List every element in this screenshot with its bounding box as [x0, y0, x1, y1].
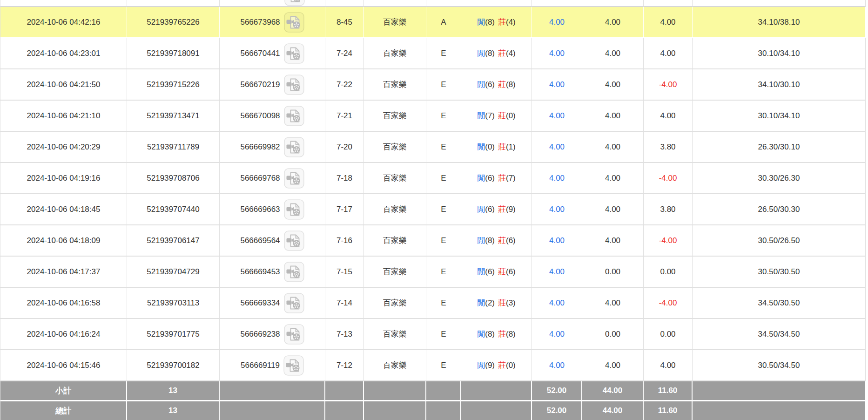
table-row[interactable]: 2024-10-06 04:21:50 521939715226 5666702…	[0, 69, 866, 101]
banker-result: 莊	[498, 267, 506, 276]
summary-empty-table	[426, 381, 461, 401]
cell-round-id: 566673968	[220, 7, 325, 38]
cell-table-code: E	[426, 288, 461, 319]
video-replay-icon	[284, 168, 304, 189]
video-replay-button[interactable]	[284, 324, 304, 345]
cell-balance: 26.50/30.30	[693, 194, 866, 225]
cell-table-code: E	[426, 101, 461, 132]
cell-time: 2024-10-06 04:16:58	[0, 288, 127, 319]
bet-amount-link[interactable]: 4.00	[549, 330, 565, 339]
table-row[interactable]: 2024-10-06 04:23:01 521939718091 5666704…	[0, 38, 866, 69]
cell-winloss: 4.00	[644, 101, 693, 132]
cell-table-code: E	[426, 163, 461, 194]
player-points: (7)	[485, 111, 495, 120]
table-row[interactable]: 2024-10-06 04:42:16 521939765226 5666739…	[0, 7, 866, 38]
cell-table-code: E	[426, 225, 461, 257]
banker-result: 莊	[498, 111, 506, 120]
table-row[interactable]: 2024-10-06 04:18:09 521939706147 5666695…	[0, 225, 866, 257]
table-row[interactable]: 2024-10-06 04:16:58 521939703113 5666693…	[0, 288, 866, 319]
player-points: (6)	[485, 267, 495, 276]
bet-amount-link[interactable]: 4.00	[549, 80, 565, 89]
player-result: 閒	[477, 267, 485, 276]
video-replay-button[interactable]	[284, 106, 304, 126]
video-replay-button[interactable]	[284, 43, 304, 64]
cell-result: 閒(8)莊(4)	[461, 38, 532, 69]
banker-result: 莊	[498, 298, 506, 307]
player-points: (8)	[485, 330, 495, 339]
bet-amount-link[interactable]: 4.00	[549, 111, 565, 120]
video-replay-icon	[284, 324, 304, 345]
banker-points: (6)	[506, 236, 516, 245]
cell-valid-bet: 4.00	[582, 194, 644, 225]
video-replay-button[interactable]	[284, 137, 304, 157]
cell-game: 百家樂	[364, 38, 426, 69]
table-row[interactable]: 2024-10-06 04:18:45 521939707440 5666696…	[0, 194, 866, 225]
cell-bet-amount: 4.00	[532, 163, 582, 194]
cell-valid-bet: 4.00	[582, 288, 644, 319]
banker-points: (9)	[506, 205, 516, 214]
cell-game: 百家樂	[364, 288, 426, 319]
cell-valid-bet: 0.00	[582, 257, 644, 288]
bet-amount-link[interactable]: 4.00	[549, 142, 565, 151]
table-row[interactable]: 2024-10-06 04:19:16 521939708706 5666697…	[0, 163, 866, 194]
summary-bet-total: 52.00	[532, 401, 582, 420]
cell-balance: 30.50/26.50	[693, 225, 866, 257]
cell-balance: 30.50/30.50	[693, 257, 866, 288]
cell-table-code	[426, 0, 461, 7]
cell-balance: 26.30/30.10	[693, 132, 866, 163]
video-replay-button[interactable]	[284, 199, 304, 220]
cell-bet-amount: 4.00	[532, 194, 582, 225]
bet-amount-link[interactable]: 4.00	[549, 236, 565, 245]
cell-bet-amount: 4.00	[532, 319, 582, 350]
video-replay-button[interactable]	[284, 12, 304, 33]
summary-empty-round-id	[220, 401, 325, 420]
cell-table-code: E	[426, 319, 461, 350]
bet-amount-link[interactable]: 4.00	[549, 18, 565, 27]
video-replay-icon	[284, 230, 304, 251]
table-row[interactable]: 2024-10-06 04:20:29 521939711789 5666699…	[0, 132, 866, 163]
cell-valid-bet: 4.00	[582, 163, 644, 194]
bet-amount-link[interactable]: 4.00	[549, 298, 565, 307]
cell-round-id: 566669238	[220, 319, 325, 350]
cell-time	[0, 0, 127, 7]
cell-round-id: 566669663	[220, 194, 325, 225]
video-replay-button[interactable]	[284, 168, 304, 189]
summary-count: 13	[127, 401, 220, 420]
table-row[interactable]: 2024-10-06 04:17:37 521939704729 5666694…	[0, 257, 866, 288]
bet-amount-link[interactable]: 4.00	[549, 205, 565, 214]
player-points: (0)	[485, 142, 495, 151]
cell-round-id: 566669982	[220, 132, 325, 163]
video-replay-icon	[284, 262, 304, 282]
cell-balance: 30.10/34.10	[693, 38, 866, 69]
round-id-text: 566673968	[240, 18, 280, 27]
summary-valid-total: 44.00	[582, 401, 644, 420]
table-row[interactable]: 2024-10-06 04:21:10 521939713471 5666700…	[0, 101, 866, 132]
round-id-text: 566669768	[240, 174, 280, 183]
video-replay-button[interactable]	[284, 0, 305, 6]
bet-amount-link[interactable]: 4.00	[549, 267, 565, 276]
video-replay-button[interactable]	[284, 75, 304, 95]
cell-result: 閒(7)莊(0)	[461, 101, 532, 132]
player-points: (8)	[485, 49, 495, 58]
cell-round-no	[325, 0, 364, 7]
cell-result	[461, 0, 532, 7]
cell-bet-id: 521939701775	[127, 319, 220, 350]
cell-valid-bet	[582, 0, 644, 7]
video-replay-button[interactable]	[284, 293, 304, 313]
cell-bet-id: 521939708706	[127, 163, 220, 194]
video-replay-button[interactable]	[284, 262, 304, 282]
video-replay-icon	[284, 12, 304, 33]
bet-amount-link[interactable]: 4.00	[549, 361, 565, 370]
video-replay-button[interactable]	[283, 355, 304, 376]
cell-round-no: 7-24	[325, 38, 364, 69]
cell-winloss: 4.00	[644, 38, 693, 69]
cell-round-id: 566669564	[220, 225, 325, 257]
round-id-text: 566669982	[240, 142, 280, 152]
video-replay-icon	[284, 137, 304, 157]
table-row[interactable]: 2024-10-06 04:16:24 521939701775 5666692…	[0, 319, 866, 350]
video-replay-button[interactable]	[284, 230, 304, 251]
bet-amount-link[interactable]: 4.00	[549, 174, 565, 183]
table-row[interactable]: 2024-10-06 04:15:46 521939700182 5666691…	[0, 350, 866, 381]
bet-amount-link[interactable]: 4.00	[549, 49, 565, 58]
cell-table-code: E	[426, 38, 461, 69]
